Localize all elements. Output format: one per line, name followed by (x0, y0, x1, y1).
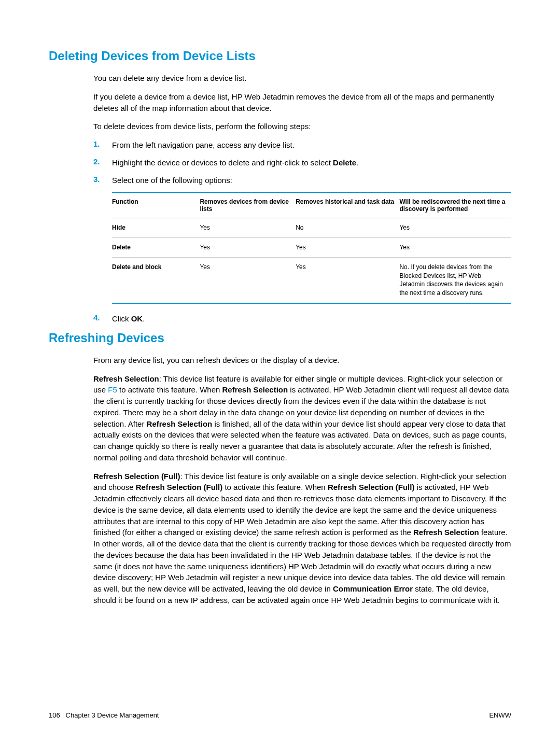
cell-rediscovered: Yes (399, 238, 511, 258)
rs-b3: Refresh Selection (147, 419, 213, 428)
intro-para-3: To delete devices from device lists, per… (93, 121, 511, 132)
cell-function: Delete (112, 238, 200, 258)
th-removes-data: Removes historical and task data (296, 192, 399, 218)
cell-removes-devices: Yes (200, 238, 296, 258)
options-table-wrap: Function Removes devices from device lis… (112, 192, 511, 304)
step-4: 4. Click OK. (93, 313, 511, 325)
rs-b2: Refresh Selection (222, 385, 288, 394)
rsf-b2: Refresh Selection (Full) (136, 483, 223, 491)
step-1-text: From the left navigation pane, access an… (112, 139, 511, 151)
step-3-text: Select one of the following options: (112, 175, 511, 186)
rsf-b1: Refresh Selection (Full) (93, 472, 180, 481)
rsf-t2: to activate this feature. When (222, 483, 328, 491)
intro-para-2: If you delete a device from a device lis… (93, 91, 511, 114)
table-row: Delete and block Yes Yes No. If you dele… (112, 257, 511, 303)
table-row: Hide Yes No Yes (112, 218, 511, 238)
step-2-post: . (356, 158, 358, 167)
step-4-bold: OK (131, 314, 143, 323)
step-3: 3. Select one of the following options: (93, 175, 511, 186)
step-1: 1. From the left navigation pane, access… (93, 139, 511, 151)
section1-body: You can delete any device from a device … (93, 73, 511, 325)
rs-t2: to activate this feature. When (117, 385, 222, 394)
th-function: Function (112, 192, 200, 218)
rsf-b3: Refresh Selection (Full) (328, 483, 415, 491)
rsf-b4: Refresh Selection (413, 528, 479, 537)
rs-b1: Refresh Selection (93, 374, 159, 383)
step-2-text: Highlight the device or devices to delet… (112, 157, 511, 168)
heading-deleting-devices: Deleting Devices from Device Lists (49, 49, 511, 63)
cell-function: Delete and block (112, 257, 200, 303)
cell-removes-devices: Yes (200, 218, 296, 238)
step-4-post: . (143, 314, 145, 323)
footer-left: 106 Chapter 3 Device Management (49, 711, 159, 719)
rsf-t4: feature. In other words, all of the devi… (93, 528, 511, 593)
chapter-label: Chapter 3 Device Management (66, 711, 159, 719)
cell-rediscovered: No. If you delete devices from the Block… (399, 257, 511, 303)
step-3-number: 3. (93, 175, 112, 186)
cell-removes-data: No (296, 218, 399, 238)
step-2: 2. Highlight the device or devices to de… (93, 157, 511, 168)
cell-rediscovered: Yes (399, 218, 511, 238)
cell-removes-devices: Yes (200, 257, 296, 303)
page-number: 106 (49, 711, 60, 719)
cell-function: Hide (112, 218, 200, 238)
options-table: Function Removes devices from device lis… (112, 192, 511, 304)
refresh-intro: From any device list, you can refresh de… (93, 355, 511, 366)
table-row: Delete Yes Yes Yes (112, 238, 511, 258)
cell-removes-data: Yes (296, 257, 399, 303)
footer-right: ENWW (489, 711, 511, 719)
table-header-row: Function Removes devices from device lis… (112, 192, 511, 218)
step-4-text: Click OK. (112, 313, 511, 325)
refresh-selection-full-para: Refresh Selection (Full): This device li… (93, 471, 511, 606)
step-2-pre: Highlight the device or devices to delet… (112, 158, 333, 167)
refresh-selection-para: Refresh Selection: This device list feat… (93, 373, 511, 463)
f5-key-link[interactable]: F5 (108, 385, 117, 394)
th-rediscovered: Will be rediscovered the next time a dis… (399, 192, 511, 218)
th-removes-devices: Removes devices from device lists (200, 192, 296, 218)
rsf-b5: Communication Error (333, 584, 413, 593)
step-2-number: 2. (93, 157, 112, 168)
step-1-number: 1. (93, 139, 112, 151)
intro-para-1: You can delete any device from a device … (93, 73, 511, 84)
page-footer: 106 Chapter 3 Device Management ENWW (49, 711, 511, 719)
step-4-number: 4. (93, 313, 112, 325)
step-2-bold: Delete (333, 158, 356, 167)
section2-body: From any device list, you can refresh de… (93, 355, 511, 606)
cell-removes-data: Yes (296, 238, 399, 258)
heading-refreshing-devices: Refreshing Devices (49, 331, 511, 345)
step-4-pre: Click (112, 314, 131, 323)
